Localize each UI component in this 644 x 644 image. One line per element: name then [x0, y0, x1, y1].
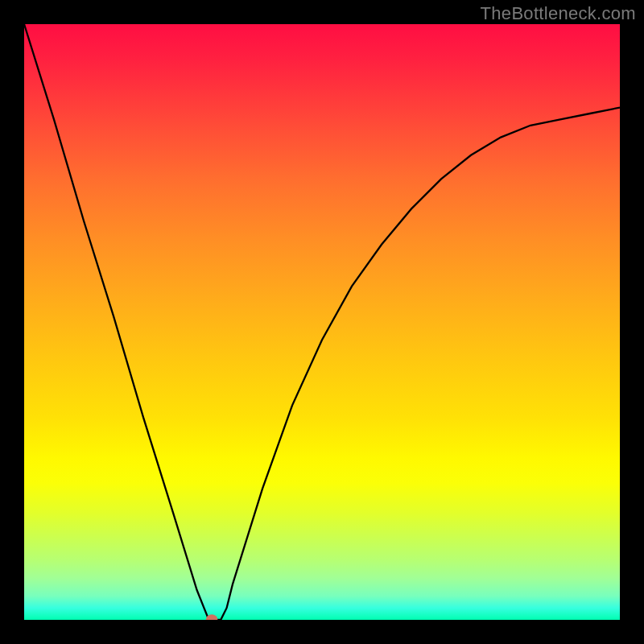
chart-container: TheBottleneck.com — [0, 0, 644, 644]
plot-area — [24, 24, 620, 620]
bottleneck-curve-svg — [24, 24, 620, 620]
watermark-text: TheBottleneck.com — [481, 3, 636, 24]
bottleneck-curve — [24, 24, 620, 620]
